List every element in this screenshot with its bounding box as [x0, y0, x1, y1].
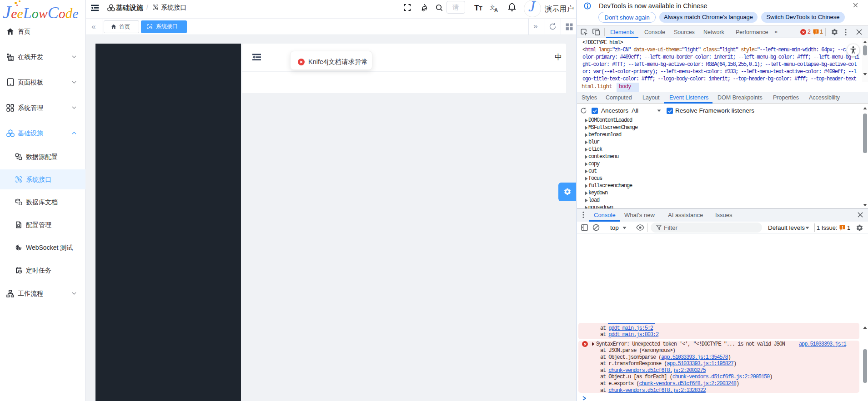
svg-text:A: A: [494, 7, 498, 12]
